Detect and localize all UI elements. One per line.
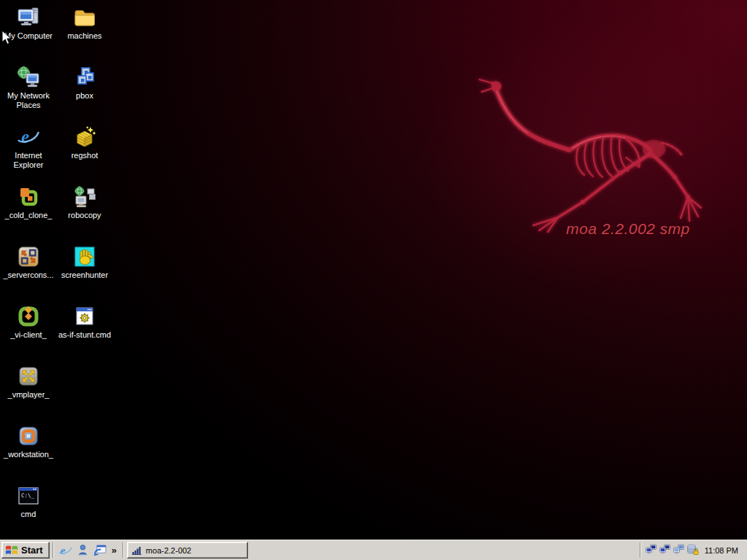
signal-bars-icon: [132, 545, 142, 555]
cold-clone-icon: [17, 185, 40, 209]
desktop-icon-workstation[interactable]: _workstation_: [1, 424, 56, 459]
folder-icon: [73, 6, 96, 29]
taskbar-divider: [123, 542, 124, 558]
desktop-icon-server-console[interactable]: _servercons...: [1, 245, 56, 280]
messenger-icon: [76, 543, 90, 557]
network-places-icon: [17, 66, 40, 89]
quicklaunch-toolbar: [57, 543, 109, 557]
desktop-icon-regshot[interactable]: regshot: [57, 125, 112, 160]
pbox-icon: [73, 66, 96, 89]
network-connection-2-icon: [659, 544, 671, 556]
desktop-icon-label: cmd: [21, 510, 36, 519]
tray-network-connection-active[interactable]: [672, 544, 686, 557]
desktop-screen: moa 2.2.002 smp My ComputermachinesMy Ne…: [0, 0, 747, 560]
desktop-icon-label: robocopy: [68, 211, 101, 220]
internet-explorer-icon: [58, 543, 72, 557]
cmd-script-icon: [73, 305, 96, 328]
desktop-icon-vi-client[interactable]: _vi-client_: [1, 305, 56, 340]
desktop-icon-label: as-if-stunt.cmd: [58, 330, 111, 340]
desktop-icon-folder[interactable]: machines: [57, 6, 112, 41]
taskbar-clock[interactable]: 11:08 PM: [705, 546, 738, 555]
tray-network-connection-1[interactable]: [644, 544, 658, 557]
quicklaunch-messenger[interactable]: [76, 543, 90, 557]
quicklaunch-show-desktop[interactable]: [93, 543, 107, 557]
desktop-icon-label: _vmplayer_: [8, 390, 50, 400]
desktop-icon-label: screenhunter: [61, 271, 108, 280]
taskbar: Start » moa-2.2-002 11:08 PM: [0, 540, 747, 560]
desktop-icon-internet-explorer[interactable]: Internet Explorer: [1, 125, 56, 170]
desktop-icon-label: _servercons...: [3, 271, 53, 280]
desktop-icon-cmd-script[interactable]: as-if-stunt.cmd: [57, 305, 112, 340]
robocopy-icon: [73, 185, 96, 209]
desktop-icon-robocopy[interactable]: robocopy: [57, 185, 112, 220]
tray-secure-volume[interactable]: [686, 544, 700, 557]
regshot-icon: [73, 125, 96, 149]
desktop-icon-label: _cold_clone_: [5, 211, 53, 220]
desktop-icon-cold-clone[interactable]: _cold_clone_: [1, 185, 56, 220]
task-button-label: moa-2.2-002: [146, 546, 191, 555]
desktop-icon-grid: My ComputermachinesMy Network Placespbox…: [0, 0, 747, 560]
desktop-icon-label: _vi-client_: [10, 330, 47, 340]
server-console-icon: [17, 245, 40, 268]
desktop-icon-label: regshot: [71, 151, 98, 160]
vmplayer-icon: [17, 365, 40, 388]
desktop-icon-label: _workstation_: [4, 450, 53, 459]
show-desktop-icon: [93, 543, 107, 557]
internet-explorer-icon: [17, 125, 40, 149]
quicklaunch-overflow-chevron[interactable]: »: [109, 545, 120, 556]
desktop-icon-vmplayer[interactable]: _vmplayer_: [1, 365, 56, 400]
desktop-icon-network-places[interactable]: My Network Places: [1, 66, 56, 110]
desktop-icon-pbox[interactable]: pbox: [57, 66, 112, 101]
windows-logo-icon: [5, 545, 18, 556]
tray-divider: [640, 542, 641, 558]
tray-network-connection-2[interactable]: [658, 544, 672, 557]
cmd-icon: [17, 484, 40, 508]
start-button[interactable]: Start: [1, 542, 50, 559]
quicklaunch-internet-explorer[interactable]: [58, 543, 72, 557]
network-connection-active-icon: [673, 544, 685, 556]
desktop-icon-cmd[interactable]: cmd: [1, 484, 56, 519]
workstation-icon: [17, 424, 40, 448]
desktop-icon-screenhunter[interactable]: screenhunter: [57, 245, 112, 280]
start-label: Start: [21, 545, 43, 556]
desktop-icon-label: machines: [67, 31, 101, 41]
desktop-icon-label: My Network Places: [1, 91, 56, 110]
taskbar-divider: [53, 542, 54, 558]
mouse-cursor: [1, 30, 12, 45]
system-tray: 11:08 PM: [637, 542, 746, 559]
secure-volume-icon: [686, 544, 699, 556]
desktop-icon-label: Internet Explorer: [1, 151, 56, 170]
vi-client-icon: [17, 305, 40, 328]
network-connection-1-icon: [645, 544, 657, 556]
task-button-moa[interactable]: moa-2.2-002: [127, 542, 248, 559]
screenhunter-icon: [73, 245, 96, 268]
my-computer-icon: [17, 6, 40, 29]
desktop-icon-label: pbox: [76, 91, 93, 101]
